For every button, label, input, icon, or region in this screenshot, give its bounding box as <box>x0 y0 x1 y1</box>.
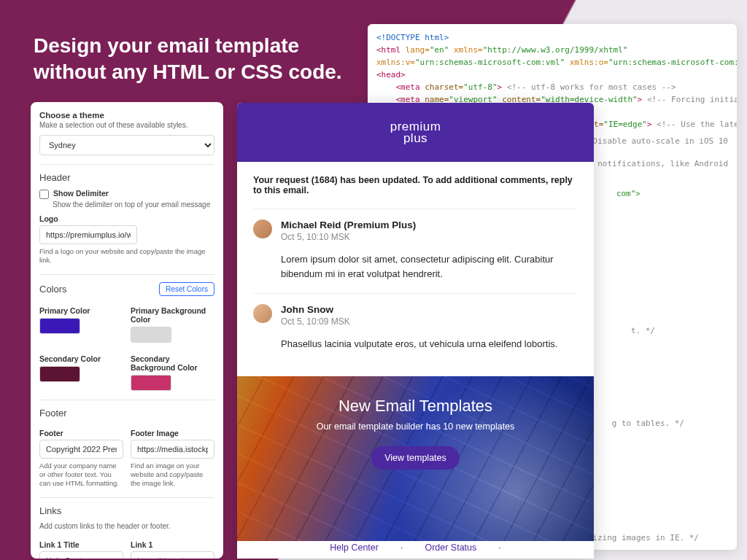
avatar <box>253 219 272 238</box>
link1-title-input[interactable] <box>39 551 123 559</box>
header-section-title: Header <box>39 172 214 183</box>
email-message: Michael Reid (Premium Plus) Oct 5, 10:10… <box>253 209 578 293</box>
code-attr: xmlns= <box>449 45 482 55</box>
footer-link-order-status[interactable]: Order Status <box>425 542 476 553</box>
secondary-bg-label: Secondary Background Color <box>131 354 214 372</box>
code-attr: xmlns:v= <box>376 58 415 67</box>
show-delimiter-label: Show Delimiter <box>53 189 109 198</box>
code-tag: <meta <box>376 82 420 92</box>
code-tag: <html <box>376 45 400 55</box>
page-headline: Design your email template without any H… <box>34 33 342 86</box>
theme-subtitle: Make a selection out of these available … <box>39 121 214 129</box>
code-comment: <!-- Forcing initial-scale <box>642 95 737 104</box>
settings-panel: Choose a theme Make a selection out of t… <box>31 102 223 559</box>
secondary-color-label: Secondary Color <box>39 354 123 363</box>
link1-url-input[interactable] <box>131 551 214 559</box>
primary-bg-swatch[interactable] <box>131 327 171 343</box>
divider <box>39 497 214 498</box>
divider <box>39 164 214 165</box>
email-brand-bar: premium plus <box>237 103 594 162</box>
code-attr: charset= <box>420 82 464 92</box>
code-comment: <!-- Use the latest (edge) <box>652 120 737 129</box>
footer-link-separator: · <box>400 542 403 553</box>
divider <box>39 400 214 400</box>
colors-section-title: Colors <box>39 284 67 295</box>
divider <box>39 274 214 275</box>
logo-help: Find a logo on your website and copy/pas… <box>39 247 214 265</box>
message-author: John Snow <box>281 304 350 315</box>
brand-logo: premium plus <box>390 121 441 144</box>
footer-section-title: Footer <box>39 408 214 419</box>
footer-image-input[interactable] <box>131 440 214 459</box>
code-val: "urn:schemas-microsoft-com:vml" <box>415 58 565 67</box>
footer-text-input[interactable] <box>39 440 123 459</box>
footer-text-label: Footer <box>39 429 123 438</box>
code-val: "http://www.w3.org/1999/xhtml" <box>483 45 628 55</box>
message-author: Michael Reid (Premium Plus) <box>281 219 416 230</box>
email-preview: premium plus Your request (1684) has bee… <box>237 103 594 559</box>
headline-line1: Design your email template <box>34 34 299 57</box>
code-comment: mail notifications, like Android <box>573 159 728 168</box>
avatar <box>253 304 272 323</box>
footer-image-help: Find an image on your website and copy/p… <box>131 462 214 489</box>
link1-title-label: Link 1 Title <box>39 540 123 549</box>
code-attr: xmlns:o= <box>565 58 608 67</box>
theme-select[interactable]: Sydney <box>39 135 214 155</box>
code-comment: sizing images in IE. */ <box>588 533 699 542</box>
show-delimiter-help: Show the delimiter on top of your email … <box>53 201 214 209</box>
logo-label: Logo <box>39 214 214 223</box>
footer-text-help: Add your company name or other footer te… <box>39 462 123 489</box>
hero-subtitle: Our email template builder has 10 new te… <box>317 421 515 432</box>
hero-title: New Email Templates <box>338 397 492 416</box>
code-val: com"> <box>616 189 640 198</box>
code-val: "en" <box>430 45 449 55</box>
headline-line2: without any HTML or CSS code. <box>34 61 342 83</box>
logo-input[interactable] <box>39 225 137 244</box>
code-doctype: <!DOCTYPE html> <box>376 33 449 42</box>
email-hero: New Email Templates Our email template b… <box>237 376 594 541</box>
code-tag: > <box>647 120 652 129</box>
link1-label: Link 1 <box>131 540 214 549</box>
primary-color-label: Primary Color <box>39 306 123 315</box>
links-section-title: Links <box>39 505 214 516</box>
code-val: "urn:schemas-microsoft-com:office:office… <box>608 58 737 67</box>
reset-colors-button[interactable]: Reset Colors <box>159 282 214 296</box>
view-templates-button[interactable]: View templates <box>371 446 460 470</box>
code-comment: t. */ <box>631 326 655 335</box>
code-comment: <!-- utf-8 works for most cases --> <box>502 82 676 92</box>
code-tag: <head> <box>376 70 406 79</box>
message-time: Oct 5, 10:10 MSK <box>281 232 416 242</box>
message-time: Oct 5, 10:09 MSK <box>281 316 350 327</box>
secondary-color-swatch[interactable] <box>39 366 80 382</box>
message-body: Lorem ipsum dolor sit amet, consectetur … <box>281 252 578 281</box>
theme-title: Choose a theme <box>39 111 214 120</box>
code-comment: g to tables. */ <box>612 419 684 428</box>
footer-image-label: Footer Image <box>131 429 214 438</box>
code-val: "IE=edge" <box>603 120 647 129</box>
primary-color-swatch[interactable] <box>39 318 80 334</box>
footer-link-separator: · <box>498 542 500 553</box>
primary-bg-label: Primary Background Color <box>131 306 214 324</box>
email-message: John Snow Oct 5, 10:09 MSK Phasellus lac… <box>253 293 578 363</box>
code-val: "utf-8" <box>463 82 497 92</box>
show-delimiter-checkbox[interactable] <box>39 190 49 199</box>
email-footer-links: Help Center · Order Status · <box>237 537 594 557</box>
secondary-bg-swatch[interactable] <box>131 375 171 391</box>
code-attr: lang= <box>400 45 430 55</box>
links-subtitle: Add custom links to the header or footer… <box>39 522 214 530</box>
footer-link-help-center[interactable]: Help Center <box>330 542 379 553</box>
email-notice: Your request (1684) has been updated. To… <box>253 175 578 195</box>
message-body: Phasellus lacinia vulputate eros, ut veh… <box>281 337 578 351</box>
brand-logo-line2: plus <box>390 133 441 144</box>
